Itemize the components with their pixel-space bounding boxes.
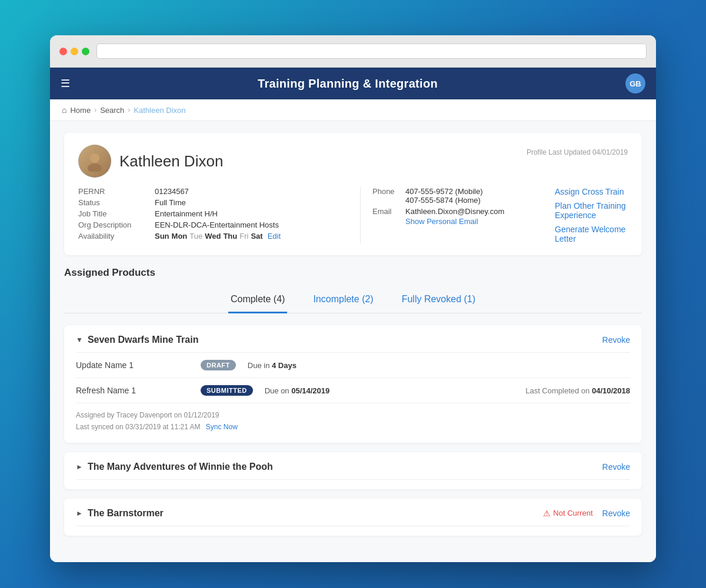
profile-top: Kathleen Dixon Profile Last Updated 04/0… (78, 145, 628, 178)
email-row: Email Kathleen.Dixon@Disney.com Show Per… (372, 207, 537, 226)
chevron-right-icon: ► (76, 463, 83, 471)
email-label: Email (372, 207, 401, 216)
jobtitle-label: Job Title (78, 209, 155, 218)
phone-home: 407-555-5874 (Home) (405, 196, 483, 205)
tab-revoked[interactable]: Fully Revoked (1) (399, 288, 478, 313)
generate-welcome-letter-link[interactable]: Generate Welcome Letter (555, 225, 628, 243)
product-name-label: The Barnstormer (88, 508, 164, 519)
product-card-barnstormer: ► The Barnstormer ⚠ Not Current Revoke (64, 499, 642, 536)
profile-details: PERNR 01234567 Status Full Time Job Titl… (78, 187, 628, 243)
chevron-down-icon: ▼ (76, 336, 83, 344)
tabs-container: Complete (4) Incomplete (2) Fully Revoke… (64, 288, 642, 313)
plan-other-training-link[interactable]: Plan Other Training Experience (555, 201, 628, 220)
product-card-seven-dwarfs: ▼ Seven Dwarfs Mine Train Revoke Update … (64, 325, 642, 443)
breadcrumb-sep-2: › (128, 106, 130, 114)
breadcrumb-current: Kathleen Dixon (134, 106, 185, 115)
org-row: Org Description EEN-DLR-DCA-Entertainmen… (78, 220, 348, 229)
day-wed: Wed (205, 232, 221, 240)
assigned-by: Assigned by Tracey Davenport on 01/12/20… (76, 409, 630, 421)
org-value: EEN-DLR-DCA-Entertainment Hosts (155, 220, 279, 229)
pernr-label: PERNR (78, 187, 155, 196)
product-item-update: Update Name 1 DRAFT Due in 4 Days (76, 353, 630, 378)
tab-incomplete[interactable]: Incomplete (2) (311, 288, 375, 313)
day-fri: Fri (239, 232, 248, 240)
not-current-label: Not Current (553, 509, 592, 517)
dot-yellow[interactable] (71, 48, 78, 55)
product-footer: Assigned by Tracey Davenport on 01/12/20… (76, 409, 630, 433)
email-values: Kathleen.Dixon@Disney.com Show Personal … (405, 207, 504, 226)
dot-green[interactable] (82, 48, 89, 55)
phone-label: Phone (372, 187, 401, 196)
barnstormer-right: ⚠ Not Current Revoke (543, 509, 630, 518)
day-tue: Tue (189, 232, 202, 240)
edit-availability-link[interactable]: Edit (268, 232, 281, 240)
revoke-winnie-button[interactable]: Revoke (602, 462, 630, 472)
day-mon: Mon (172, 232, 188, 240)
browser-window: ☰ Training Planning & Integration GB ⌂ H… (50, 35, 656, 562)
breadcrumb-home[interactable]: Home (70, 106, 91, 115)
sync-now-link[interactable]: Sync Now (206, 423, 238, 431)
pernr-row: PERNR 01234567 (78, 187, 348, 196)
profile-updated: Profile Last Updated 04/01/2019 (527, 148, 628, 156)
item-name-update: Update Name 1 (76, 360, 194, 370)
app-title: Training Planning & Integration (258, 77, 438, 91)
hamburger-icon[interactable]: ☰ (61, 77, 70, 90)
availability-label: Availability (78, 232, 155, 240)
product-card-winnie: ► The Many Adventures of Winnie the Pooh… (64, 452, 642, 489)
last-synced: Last synced on 03/31/2019 at 11:21 AM Sy… (76, 421, 630, 433)
chevron-right-icon: ► (76, 509, 83, 517)
phone-mobile: 407-555-9572 (Mobile) (405, 187, 483, 196)
availability-days: Sun Mon Tue Wed Thu Fri Sat Edit (155, 232, 281, 240)
product-header-barnstormer: ► The Barnstormer ⚠ Not Current Revoke (76, 508, 630, 526)
item-name-refresh: Refresh Name 1 (76, 386, 194, 395)
day-sun: Sun (155, 232, 169, 240)
tab-complete[interactable]: Complete (4) (228, 288, 287, 313)
profile-right-col: Assign Cross Train Plan Other Training E… (549, 187, 628, 243)
product-header-winnie: ► The Many Adventures of Winnie the Pooh… (76, 462, 630, 480)
profile-name: Kathleen Dixon (119, 152, 223, 171)
day-thu: Thu (223, 232, 237, 240)
product-name-barnstormer[interactable]: ► The Barnstormer (76, 508, 164, 519)
browser-chrome (50, 35, 656, 68)
breadcrumb-search[interactable]: Search (100, 106, 124, 115)
product-header-seven-dwarfs: ▼ Seven Dwarfs Mine Train Revoke (76, 335, 630, 353)
warning-icon: ⚠ (543, 509, 551, 518)
main-content: Kathleen Dixon Profile Last Updated 04/0… (50, 121, 656, 562)
org-label: Org Description (78, 220, 155, 229)
profile-middle-col: Phone 407-555-9572 (Mobile) 407-555-5874… (361, 187, 549, 243)
email-value: Kathleen.Dixon@Disney.com (405, 207, 504, 216)
assign-cross-train-link[interactable]: Assign Cross Train (555, 187, 628, 196)
phone-values: 407-555-9572 (Mobile) 407-555-5874 (Home… (405, 187, 483, 205)
profile-left-col: PERNR 01234567 Status Full Time Job Titl… (78, 187, 361, 243)
item-due-refresh: Due on 05/14/2019 (265, 386, 330, 395)
revoke-seven-dwarfs-button[interactable]: Revoke (602, 335, 630, 345)
availability-row: Availability Sun Mon Tue Wed Thu Fri Sat… (78, 232, 348, 240)
home-icon: ⌂ (62, 105, 66, 115)
assigned-products-section: Assigned Products Complete (4) Incomplet… (64, 267, 642, 536)
product-name-winnie[interactable]: ► The Many Adventures of Winnie the Pooh (76, 462, 273, 472)
section-title: Assigned Products (64, 267, 642, 279)
revoke-barnstormer-button[interactable]: Revoke (602, 509, 630, 518)
app-header: ☰ Training Planning & Integration GB (50, 68, 656, 99)
phone-row: Phone 407-555-9572 (Mobile) 407-555-5874… (372, 187, 537, 205)
browser-dots (59, 48, 89, 55)
item-due-update: Due in 4 Days (248, 361, 297, 370)
address-bar[interactable] (96, 44, 647, 59)
product-name-seven-dwarfs[interactable]: ▼ Seven Dwarfs Mine Train (76, 335, 198, 345)
avatar (78, 145, 111, 178)
breadcrumb-sep-1: › (94, 106, 96, 114)
badge-submitted: SUBMITTED (201, 385, 253, 396)
avatar-image (78, 145, 111, 178)
product-name-label: The Many Adventures of Winnie the Pooh (88, 462, 273, 472)
user-avatar[interactable]: GB (625, 74, 645, 93)
show-personal-email-link[interactable]: Show Personal Email (405, 217, 504, 226)
not-current-badge: ⚠ Not Current (543, 509, 592, 518)
product-name-label: Seven Dwarfs Mine Train (88, 335, 199, 345)
profile-card: Kathleen Dixon Profile Last Updated 04/0… (64, 133, 642, 255)
product-item-refresh: Refresh Name 1 SUBMITTED Due on 05/14/20… (76, 378, 630, 403)
item-completed-refresh: Last Completed on 04/10/2018 (525, 386, 630, 395)
breadcrumb: ⌂ Home › Search › Kathleen Dixon (50, 99, 656, 121)
status-label: Status (78, 198, 155, 207)
status-row: Status Full Time (78, 198, 348, 207)
dot-red[interactable] (59, 48, 67, 55)
